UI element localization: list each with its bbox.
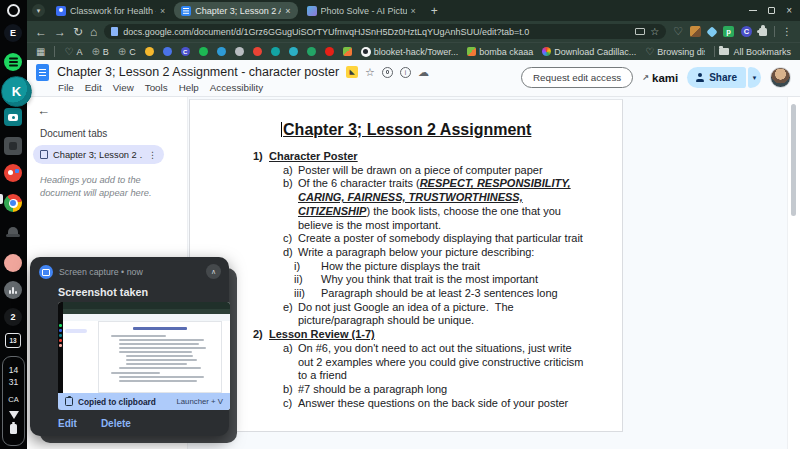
tab-close-icon[interactable]: × [285,6,290,16]
doc-line[interactable]: iii)Paragraph should be at least 2-3 sen… [190,287,622,301]
doc-line[interactable]: c)Answer these questions on the back sid… [190,397,622,411]
doc-line[interactable]: i)How the picture displays the trait [190,260,622,274]
menu-edit[interactable]: Edit [85,82,102,93]
bookmark-item[interactable] [217,47,226,56]
sprite-extension-icon[interactable] [690,26,701,37]
browser-tab[interactable]: Classwork for Health - Wellnes× [49,2,172,19]
scrollbar[interactable] [787,97,800,449]
bookmark-item[interactable]: Download Cadillac... [542,47,636,57]
doc-heading[interactable]: Chapter 3; Lesson 2 Assignment [190,121,622,139]
doc-line[interactable]: CITIZENSHIP) the book lists, choose the … [190,205,622,219]
share-dropdown-button[interactable]: ▼ [748,67,761,88]
info-icon[interactable]: i [400,67,411,78]
browser-menu-icon[interactable]: ⋮ [782,27,792,37]
extensions-puzzle-icon[interactable] [759,28,767,36]
bookmark-item[interactable] [271,47,280,56]
doc-line[interactable]: CARING, FAIRNESS, TRUSTWORTHINESS, [190,191,622,205]
doc-line[interactable]: b)Of the 6 character traits (RESPECT, RE… [190,177,622,191]
all-bookmarks[interactable]: All Bookmarks [714,46,791,57]
doc-line[interactable]: b)#7 should be a paragraph long [190,383,622,397]
bookmark-item[interactable]: ♡Browsing disabled [645,46,705,57]
save-status-cloud-icon[interactable]: ☁ [418,66,429,79]
screenshot-tool-icon[interactable] [4,137,22,155]
browser-tab[interactable]: Chapter 3; Lesson 2 Assignme× [174,2,297,19]
menu-tools[interactable]: Tools [145,82,168,93]
doc-line[interactable]: out 2 examples where you could give cons… [190,356,622,370]
doc-body[interactable]: 1)Character Postera)Poster will be drawn… [190,150,622,410]
app-e-icon[interactable]: E [4,24,22,42]
kami-bubble-icon[interactable]: K [1,76,32,107]
back-icon[interactable]: ← [35,26,47,38]
address-bar[interactable]: docs.google.com/document/d/1Grz6GGugUiSO… [104,24,666,39]
share-button[interactable]: Share [687,67,746,88]
minimize-button[interactable] [749,10,757,12]
bookmark-item[interactable]: ⊕B [91,46,108,57]
bookmark-star-icon[interactable]: ☆ [650,27,659,37]
doc-line[interactable]: believe is the most important. [190,219,622,233]
doc-line[interactable]: to a friend [190,369,622,383]
request-edit-access-button[interactable]: Request edit access [521,67,633,88]
doc-line[interactable]: 2)Lesson Review (1-7) [190,328,622,342]
account-avatar[interactable] [770,67,791,88]
bookmark-item[interactable] [199,47,208,56]
bookmark-item[interactable] [325,47,334,56]
edit-screenshot-button[interactable]: Edit [58,418,77,429]
bookmark-item[interactable] [289,47,298,56]
tab-search-icon[interactable]: ▾ [32,4,45,17]
diamond-extension-icon[interactable] [706,26,717,37]
prodigy-extension-icon[interactable]: p [723,26,734,37]
doc-line[interactable]: d)Write a paragraph below your picture d… [190,246,622,260]
c-extension-icon[interactable]: C [741,26,752,37]
collapse-notification-icon[interactable]: ∧ [206,264,221,279]
chrome-icon[interactable] [4,194,22,212]
reload-icon[interactable]: ↻ [73,26,83,38]
bookmark-item[interactable]: C [181,47,190,56]
view-only-lock-icon[interactable] [382,67,393,78]
status-tray[interactable]: 14 31 CA [2,356,25,446]
browser-tab[interactable]: Photo Solve - AI Picture Answ× [300,2,423,19]
menu-accessibility[interactable]: Accessibility [210,82,263,93]
heart-extension-icon[interactable]: ♡ [673,25,683,38]
menu-help[interactable]: Help [179,82,199,93]
delete-screenshot-button[interactable]: Delete [101,418,131,429]
badge-app-icon[interactable]: 2 [4,308,22,326]
forward-icon[interactable]: → [54,26,66,38]
teal-app-icon[interactable] [4,108,22,126]
kami-open-button[interactable]: ↗ kami [642,72,678,84]
bookmark-item[interactable] [163,47,172,56]
scrollbar-thumb[interactable] [791,104,796,216]
bookmark-item[interactable]: ⊕C [118,46,136,57]
screenshot-notification[interactable]: Screen capture • now ∧ Screenshot taken [30,257,229,436]
bookmark-item[interactable]: ♡A [64,46,82,57]
doc-line[interactable]: e)Do not just Google an idea of a pictur… [190,301,622,315]
bookmark-item[interactable]: bomba ckaaa [467,47,533,57]
document-tab-item[interactable]: Chapter 3; Lesson 2 … ⋮ [33,145,164,164]
bookmark-item[interactable] [343,47,352,56]
menu-file[interactable]: File [58,82,74,93]
home-icon[interactable]: ⌂ [90,26,97,38]
close-window-button[interactable]: × [786,6,792,16]
tab-close-icon[interactable]: × [411,6,416,16]
star-document-icon[interactable]: ☆ [365,66,375,79]
apps-grid-icon[interactable]: ▦ [36,46,45,57]
bookmark-item[interactable] [307,47,316,56]
tab-close-icon[interactable]: × [160,6,165,16]
send-to-device-icon[interactable] [635,28,645,35]
document-page[interactable]: Chapter 3; Lesson 2 Assignment 1)Charact… [189,99,623,432]
bookmark-item[interactable] [253,47,262,56]
doc-line[interactable]: picture/paragraph should be unique. [190,314,622,328]
bookmark-item[interactable] [235,47,244,56]
doc-line[interactable]: a)Poster will be drawn on a piece of com… [190,164,622,178]
stats-app-icon[interactable] [4,281,22,299]
bookmark-item[interactable] [145,47,154,56]
kami-badge-icon[interactable]: ◣ [346,66,358,78]
document-title[interactable]: Chapter 3; Lesson 2 Assignment - charact… [57,65,339,79]
maximize-button[interactable] [768,7,775,14]
doc-line[interactable]: 1)Character Poster [190,150,622,164]
bookmark-item[interactable]: blooket-hack/Tower... [361,47,459,57]
collapse-panel-icon[interactable]: ← [37,103,50,118]
calendar-icon[interactable]: 13 [5,333,21,348]
hat-app-icon[interactable] [4,224,22,242]
screenshot-thumbnail[interactable]: Copied to clipboard Launcher + V [58,302,230,410]
tab-options-icon[interactable]: ⋮ [148,150,157,160]
